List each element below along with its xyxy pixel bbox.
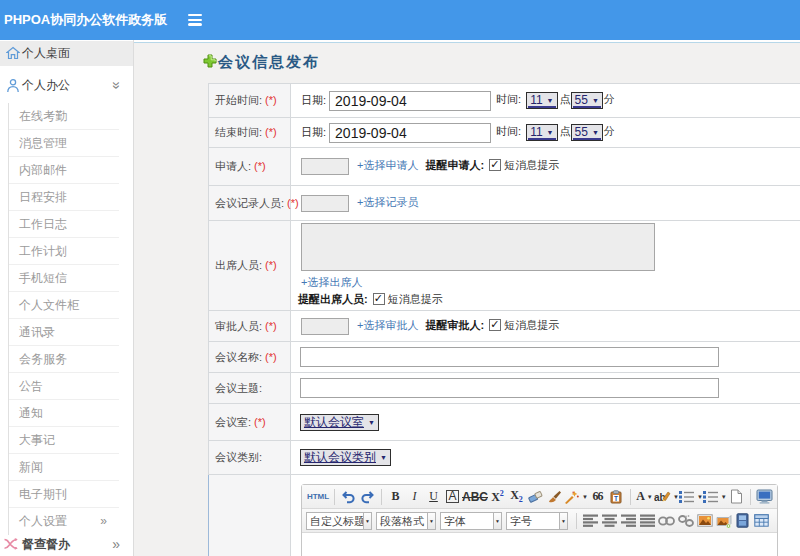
align-justify-icon[interactable] [638,511,657,531]
end-date-input[interactable] [329,123,491,143]
combo-arrow-icon[interactable]: ▼ [494,512,502,530]
sidebar-subitem[interactable]: 电子期刊 [9,481,119,508]
align-left-icon[interactable] [581,511,600,531]
superscript-button[interactable]: X2 [488,487,507,507]
meeting-category-select[interactable]: 默认会议类别▼ [300,449,391,466]
italic-button[interactable]: I [405,487,424,507]
ordered-list-icon[interactable]: ▼ [679,487,703,507]
field-label: 申请人: [215,160,251,172]
unlink-icon[interactable] [676,511,695,531]
approver-input[interactable] [301,318,349,335]
sms-label: 短消息提示 [504,319,559,331]
end-hour-select[interactable]: 11▼ [526,124,557,141]
source-code-button[interactable]: HTML [306,487,330,507]
underline-button[interactable]: U [424,487,443,507]
recorder-input[interactable] [301,195,349,212]
field-value-cell: +选择申请人 提醒申请人: ✓短消息提示 [291,148,800,186]
sidebar-item-personal-desktop[interactable]: 个人桌面 [0,41,133,66]
combo-arrow-icon[interactable]: ▼ [428,512,436,530]
attendees-textarea[interactable] [301,223,655,271]
format-brush-icon[interactable] [545,487,564,507]
paragraph-format-combo[interactable]: 段落格式▼ [376,512,436,530]
row-start-time: 开始时间:(*) 日期:时间:11▼点55▼分 [209,84,800,118]
select-attendees-link[interactable]: +选择出席人 [301,276,362,288]
menu-toggle-icon[interactable] [188,14,202,26]
remove-format-icon[interactable] [526,487,545,507]
link-icon[interactable] [657,511,676,531]
sidebar-subitem-label: 消息管理 [19,136,67,150]
paste-plain-icon[interactable]: T [607,487,626,507]
image-icon[interactable] [695,511,714,531]
sidebar-subitem[interactable]: 大事记 [9,427,119,454]
required-marker: (*) [287,197,299,209]
sidebar-item-personal-office[interactable]: 个人办公 » [0,72,133,99]
font-size-combo[interactable]: 字号▼ [506,512,568,530]
multi-image-icon[interactable] [714,511,733,531]
approver-sms-checkbox[interactable]: ✓ [489,319,501,331]
remind-approver-label: 提醒审批人: [426,319,485,331]
meeting-name-input[interactable] [300,347,719,367]
hour-unit: 点 [560,125,571,137]
blockquote-button[interactable]: 66 [588,487,607,507]
new-page-icon[interactable] [727,487,746,507]
sidebar-subitem[interactable]: 通知 [9,400,119,427]
end-minute-select[interactable]: 55▼ [571,124,603,141]
media-icon[interactable] [733,511,752,531]
align-center-icon[interactable] [600,511,619,531]
row-attendees: 出席人员:(*) +选择出席人 提醒出席人员: ✓短消息提示 [209,221,800,311]
select-recorder-link[interactable]: +选择记录员 [357,196,418,208]
custom-title-combo[interactable]: 自定义标题▼ [306,512,372,530]
combo-arrow-icon[interactable]: ▼ [560,512,568,530]
editor-content-area[interactable] [302,533,777,556]
meeting-room-select[interactable]: 默认会议室▼ [300,414,379,431]
sidebar-subitem[interactable]: 日程安排 [9,184,119,211]
align-right-icon[interactable] [619,511,638,531]
sidebar-subitem[interactable]: 内部邮件 [9,157,119,184]
fullscreen-icon[interactable] [755,487,774,507]
sidebar-subitem[interactable]: 新闻 [9,454,119,481]
font-name-button[interactable]: A [443,487,462,507]
sidebar-subitem[interactable]: 公告 [9,373,119,400]
redo-icon[interactable] [358,487,377,507]
sidebar-subitem[interactable]: 通讯录 [9,319,119,346]
select-approver-link[interactable]: +选择审批人 [357,319,418,331]
strikethrough-button[interactable]: ABC [462,487,488,507]
user-icon [6,78,20,92]
applicant-input[interactable] [301,158,349,175]
sidebar-subitem[interactable]: 工作计划 [9,238,119,265]
sidebar-subitem-label: 工作日志 [19,217,67,231]
subscript-button[interactable]: X2 [507,487,526,507]
meeting-subject-input[interactable] [300,378,719,398]
sidebar-subitem[interactable]: 会务服务 [9,346,119,373]
unordered-list-icon[interactable]: ▼ [703,487,727,507]
start-date-input[interactable] [329,91,491,111]
sidebar-subitem[interactable]: 工作日志 [9,211,119,238]
align-right-icon [621,514,636,527]
hour-unit: 点 [560,93,571,105]
font-color-button[interactable]: A▼ [635,487,654,507]
sidebar-subitem[interactable]: 在线考勤 [9,103,119,130]
sidebar-item-inspection[interactable]: 督查督办 » [0,531,133,556]
undo-icon[interactable] [339,487,358,507]
quick-format-icon[interactable]: ▼ [564,487,588,507]
redo-icon [360,490,375,504]
attendees-sms-checkbox[interactable]: ✓ [373,293,385,305]
start-minute-select[interactable]: 55▼ [571,92,603,109]
sidebar-subitem-label: 新闻 [19,460,43,474]
sidebar-subitem[interactable]: 消息管理 [9,130,119,157]
table-icon[interactable] [752,511,771,531]
field-label-cell: 会议主题: [209,373,291,404]
sidebar-subitem[interactable]: 个人文件柜 [9,292,119,319]
combo-arrow-icon[interactable]: ▼ [364,512,372,530]
highlight-color-icon[interactable]: ab▼ [654,487,679,507]
chevron-down-icon: » [104,82,131,90]
font-family-combo[interactable]: 字体▼ [440,512,502,530]
applicant-sms-checkbox[interactable]: ✓ [489,159,501,171]
bold-button[interactable]: B [386,487,405,507]
row-end-time: 结束时间:(*) 日期:时间:11▼点55▼分 [209,118,800,148]
sidebar-subitem[interactable]: 手机短信 [9,265,119,292]
start-hour-select[interactable]: 11▼ [526,92,557,109]
ordered-list-icon [679,490,695,503]
field-label-cell: 出席人员:(*) [209,221,291,311]
select-applicant-link[interactable]: +选择申请人 [357,159,418,171]
